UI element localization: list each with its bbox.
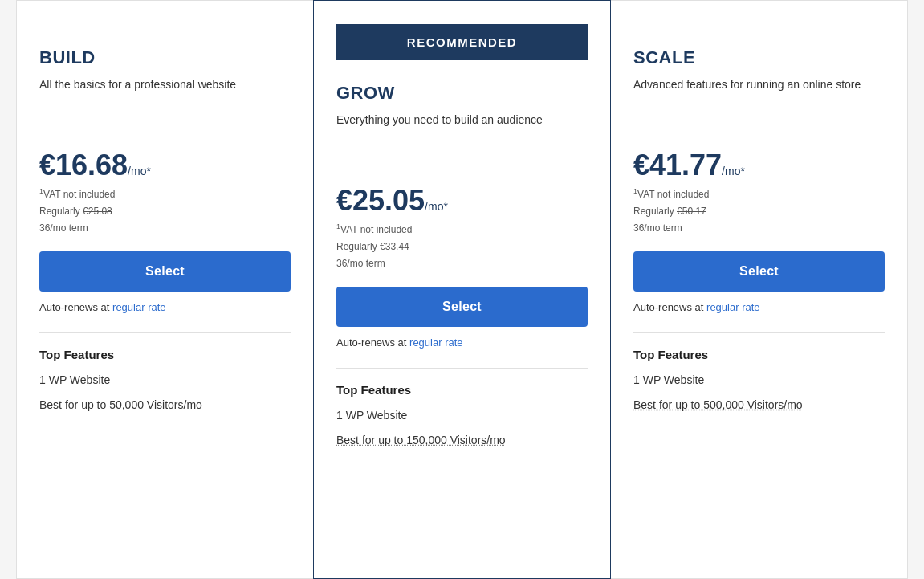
plan-vat-note-scale: 1VAT not included: [633, 186, 885, 202]
top-features-label-scale: Top Features: [633, 348, 885, 361]
divider-grow: [336, 368, 588, 369]
auto-renew-scale: Auto-renews at regular rate: [633, 301, 885, 313]
top-features-label-build: Top Features: [39, 348, 291, 361]
plan-term-grow: 36/mo term: [336, 256, 588, 271]
plans-container: BUILD All the basics for a professional …: [0, 0, 924, 579]
plan-vat-note-grow: 1VAT not included: [336, 221, 588, 238]
plan-per-month-scale: /mo*: [722, 165, 745, 177]
recommended-banner: RECOMMENDED: [336, 24, 588, 60]
plan-vat-note-build: 1VAT not included: [39, 186, 291, 202]
divider-scale: [633, 332, 885, 333]
select-button-grow[interactable]: Select: [336, 287, 588, 327]
plan-name-scale: SCALE: [633, 47, 885, 68]
regular-rate-link-build[interactable]: regular rate: [112, 301, 165, 313]
plan-name-build: BUILD: [39, 47, 291, 68]
plan-regular-price-build: €25.08: [83, 206, 112, 217]
plan-regularly-build: Regularly €25.08: [39, 204, 291, 219]
plan-regular-price-scale: €50.17: [677, 206, 706, 217]
regular-rate-link-scale[interactable]: regular rate: [706, 301, 759, 313]
plan-description-scale: Advanced features for running an online …: [633, 76, 885, 133]
plan-column-scale: SCALE Advanced features for running an o…: [611, 0, 908, 579]
plan-regular-price-grow: €33.44: [380, 241, 409, 252]
select-button-scale[interactable]: Select: [633, 251, 885, 292]
plan-currency-grow: €25.05: [336, 184, 425, 217]
plan-regularly-grow: Regularly €33.44: [336, 239, 588, 255]
plan-currency-build: €16.68: [39, 149, 128, 181]
feature-item-build-0: 1 WP Website: [39, 373, 291, 389]
plan-column-build: BUILD All the basics for a professional …: [16, 0, 313, 579]
plan-regularly-scale: Regularly €50.17: [633, 204, 885, 219]
feature-item-grow-0: 1 WP Website: [336, 408, 588, 424]
plan-per-month-grow: /mo*: [425, 200, 448, 213]
plan-name-grow: GROW: [336, 83, 588, 104]
plan-price-grow: €25.05/mo*: [336, 184, 588, 218]
feature-item-build-1: Best for up to 50,000 Visitors/mo: [39, 398, 291, 414]
plan-price-build: €16.68/mo*: [39, 149, 291, 182]
plan-description-grow: Everything you need to build an audience: [336, 112, 588, 168]
feature-item-scale-0: 1 WP Website: [633, 373, 885, 389]
top-features-label-grow: Top Features: [336, 383, 588, 397]
plan-term-build: 36/mo term: [39, 221, 291, 236]
plan-per-month-build: /mo*: [128, 165, 151, 177]
divider-build: [39, 332, 291, 333]
plan-description-build: All the basics for a professional websit…: [39, 76, 291, 133]
select-button-build[interactable]: Select: [39, 251, 291, 292]
regular-rate-link-grow[interactable]: regular rate: [409, 336, 462, 349]
plan-currency-scale: €41.77: [633, 149, 722, 181]
auto-renew-build: Auto-renews at regular rate: [39, 301, 291, 313]
auto-renew-grow: Auto-renews at regular rate: [336, 336, 588, 349]
feature-item-scale-1: Best for up to 500,000 Visitors/mo: [633, 398, 885, 414]
plan-term-scale: 36/mo term: [633, 221, 885, 236]
plan-price-scale: €41.77/mo*: [633, 149, 885, 182]
feature-item-grow-1: Best for up to 150,000 Visitors/mo: [336, 433, 588, 449]
plan-column-grow: RECOMMENDED GROW Everything you need to …: [313, 0, 611, 579]
